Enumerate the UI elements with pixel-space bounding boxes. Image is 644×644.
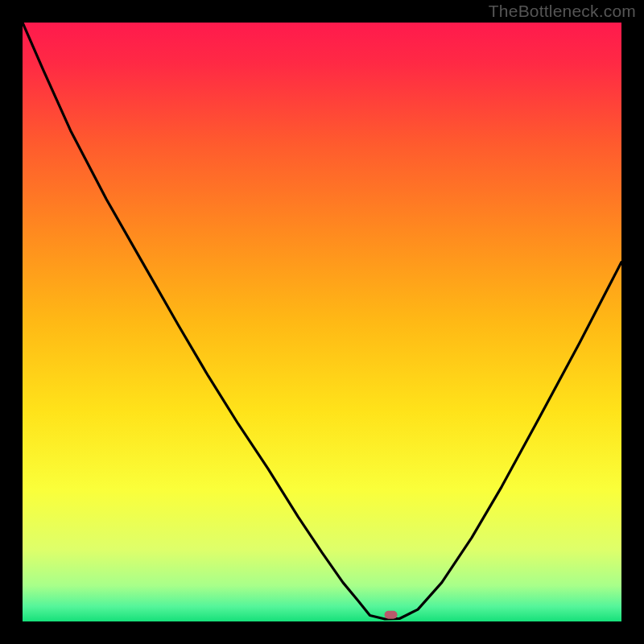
chart-frame: TheBottleneck.com — [0, 0, 644, 644]
chart-plot-area — [23, 23, 621, 621]
chart-svg — [23, 23, 621, 621]
optimum-marker — [385, 611, 398, 619]
watermark-text: TheBottleneck.com — [489, 2, 636, 21]
gradient-background — [23, 23, 621, 621]
